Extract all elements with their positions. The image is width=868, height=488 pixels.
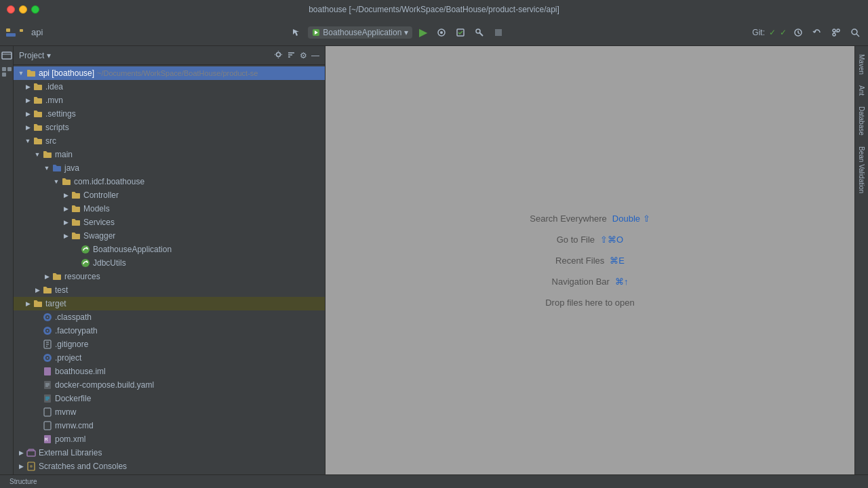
folder-icon-settings bbox=[33, 108, 43, 119]
git-branch-icon[interactable] bbox=[829, 26, 844, 39]
svg-point-28 bbox=[47, 317, 49, 319]
left-side-tabs bbox=[0, 46, 14, 474]
svg-point-13 bbox=[833, 33, 835, 36]
close-button[interactable] bbox=[7, 5, 15, 14]
bean-validation-tab[interactable]: Bean Validation bbox=[856, 142, 867, 197]
debug-button[interactable] bbox=[434, 26, 449, 39]
tree-item-factorypath[interactable]: .factorypath bbox=[14, 324, 325, 338]
folder-icon-test bbox=[42, 285, 53, 296]
tree-label-settings: .settings bbox=[45, 109, 76, 119]
search-icon[interactable] bbox=[848, 26, 863, 39]
panel-sort-icon[interactable] bbox=[287, 50, 296, 61]
structure-sidebar-icon[interactable] bbox=[1, 66, 12, 77]
tree-label-services: Services bbox=[83, 218, 115, 227]
project-tool-icon[interactable] bbox=[5, 27, 16, 38]
tree-item-models[interactable]: ▶ Models bbox=[14, 202, 325, 216]
tree-label-mvnw-cmd: mvnw.cmd bbox=[55, 421, 94, 430]
tree-arrow-src: ▼ bbox=[23, 136, 33, 146]
tree-item-com-idcf[interactable]: ▼ com.idcf.boathouse bbox=[14, 175, 325, 188]
tree-item-idea[interactable]: ▶ .idea bbox=[14, 80, 325, 94]
tree-item-src[interactable]: ▼ src bbox=[14, 134, 325, 148]
tree-item-mvnw[interactable]: mvnw bbox=[14, 405, 325, 419]
stop-button[interactable] bbox=[491, 26, 506, 39]
tree-item-boathouse-app[interactable]: BoathouseApplication bbox=[14, 243, 325, 256]
tree-item-test[interactable]: ▶ test bbox=[14, 283, 325, 297]
cursor-icon[interactable] bbox=[289, 26, 304, 39]
iml-icon bbox=[42, 366, 53, 377]
minimize-button[interactable] bbox=[19, 5, 27, 14]
file-icon-mvnw bbox=[42, 407, 53, 418]
git-history-icon[interactable] bbox=[791, 26, 806, 39]
panel-close-icon[interactable]: — bbox=[311, 51, 319, 60]
tree-arrow-idea: ▶ bbox=[23, 82, 33, 92]
tree-item-dockerfile[interactable]: Dockerfile bbox=[14, 392, 325, 405]
tree-item-swagger[interactable]: ▶ Swagger bbox=[14, 229, 325, 243]
tree-path-root: ~/Documents/WorkSpace/BoatHouse/product-… bbox=[97, 69, 258, 77]
structure-tab[interactable]: Structure bbox=[5, 476, 41, 487]
tree-item-jdbc-utils[interactable]: JdbcUtils bbox=[14, 256, 325, 270]
settings-file-icon-project bbox=[42, 352, 53, 363]
yaml-icon-docker-compose bbox=[42, 380, 53, 390]
file-tree[interactable]: ▼ api [boathouse] ~/Documents/WorkSpace/… bbox=[14, 65, 325, 474]
tree-arrow-services: ▶ bbox=[61, 218, 71, 227]
tree-item-controller[interactable]: ▶ Controller bbox=[14, 188, 325, 202]
tree-label-com-idcf: com.idcf.boathouse bbox=[74, 177, 144, 186]
tree-item-target[interactable]: ▶ target bbox=[14, 297, 325, 310]
svg-rect-17 bbox=[2, 67, 6, 71]
project-sidebar-icon[interactable] bbox=[1, 50, 12, 61]
project-panel: Project ▾ ⚙ bbox=[14, 46, 326, 474]
tree-item-java[interactable]: ▼ java bbox=[14, 161, 325, 175]
svg-rect-9 bbox=[495, 29, 502, 36]
tree-item-settings[interactable]: ▶ .settings bbox=[14, 107, 325, 121]
ant-tab[interactable]: Ant bbox=[856, 81, 867, 100]
svg-point-14 bbox=[852, 29, 857, 35]
tree-label-jdbc-utils: JdbcUtils bbox=[93, 258, 126, 268]
tree-spacer-project-file bbox=[33, 353, 42, 363]
tree-item-services[interactable]: ▶ Services bbox=[14, 216, 325, 229]
profile-button[interactable] bbox=[472, 26, 487, 39]
tree-item-gitignore[interactable]: .gitignore bbox=[14, 338, 325, 351]
tree-label-factorypath: .factorypath bbox=[55, 326, 98, 336]
traffic-lights[interactable] bbox=[7, 5, 39, 14]
run-config-label: BoathouseApplication bbox=[323, 28, 401, 37]
editor-area[interactable]: Search Everywhere Double ⇧ Go to File ⇧⌘… bbox=[326, 46, 854, 474]
tree-item-scratches[interactable]: ▶ Scratches and Consoles bbox=[14, 460, 325, 473]
svg-rect-43 bbox=[27, 451, 35, 456]
tree-item-project[interactable]: .project bbox=[14, 351, 325, 365]
panel-title[interactable]: Project ▾ bbox=[19, 51, 51, 60]
maximize-button[interactable] bbox=[31, 5, 39, 14]
toolbar-left: api bbox=[5, 27, 43, 38]
run-button[interactable]: ▶ bbox=[416, 24, 430, 40]
tree-item-boathouse-iml[interactable]: boathouse.iml bbox=[14, 365, 325, 378]
bottom-bar: Structure bbox=[0, 474, 868, 488]
tree-arrow-com-idcf: ▼ bbox=[52, 177, 61, 186]
tree-item-scripts[interactable]: ▶ scripts bbox=[14, 121, 325, 134]
tree-item-mvn[interactable]: ▶ .mvn bbox=[14, 94, 325, 107]
svg-rect-2 bbox=[20, 29, 23, 32]
tree-item-resources[interactable]: ▶ resources bbox=[14, 270, 325, 283]
docker-icon-dockerfile bbox=[42, 393, 53, 404]
panel-settings-icon[interactable] bbox=[274, 50, 283, 61]
title-bar: boathouse [~/Documents/WorkSpace/BoatHou… bbox=[0, 0, 868, 19]
panel-gear-icon[interactable]: ⚙ bbox=[300, 51, 307, 60]
xml-icon-pom: M bbox=[42, 434, 53, 445]
tree-item-external-libs[interactable]: ▶ External Libraries bbox=[14, 446, 325, 460]
maven-tab[interactable]: Maven bbox=[856, 50, 867, 79]
tree-item-docker-compose[interactable]: docker-compose.build.yaml bbox=[14, 378, 325, 392]
tree-item-root[interactable]: ▼ api [boathouse] ~/Documents/WorkSpace/… bbox=[14, 66, 325, 80]
tree-item-classpath[interactable]: .classpath bbox=[14, 310, 325, 324]
svg-line-15 bbox=[856, 34, 859, 37]
tree-item-mvnw-cmd[interactable]: mvnw.cmd bbox=[14, 419, 325, 432]
git-rollback-icon[interactable] bbox=[810, 26, 825, 39]
tree-spacer-gitignore bbox=[33, 340, 42, 349]
tree-item-pom-xml[interactable]: M pom.xml bbox=[14, 432, 325, 446]
tree-item-main[interactable]: ▼ main bbox=[14, 148, 325, 161]
run-config-dropdown[interactable]: BoathouseApplication ▾ bbox=[308, 26, 412, 39]
database-tab[interactable]: Database bbox=[856, 102, 867, 140]
scratch-icon bbox=[26, 461, 37, 472]
package-icon-swagger bbox=[71, 230, 81, 241]
spring-icon-jdbc bbox=[80, 258, 91, 268]
panel-header-icons: ⚙ — bbox=[274, 50, 319, 61]
coverage-button[interactable] bbox=[453, 26, 468, 39]
tree-label-gitignore: .gitignore bbox=[55, 340, 88, 349]
